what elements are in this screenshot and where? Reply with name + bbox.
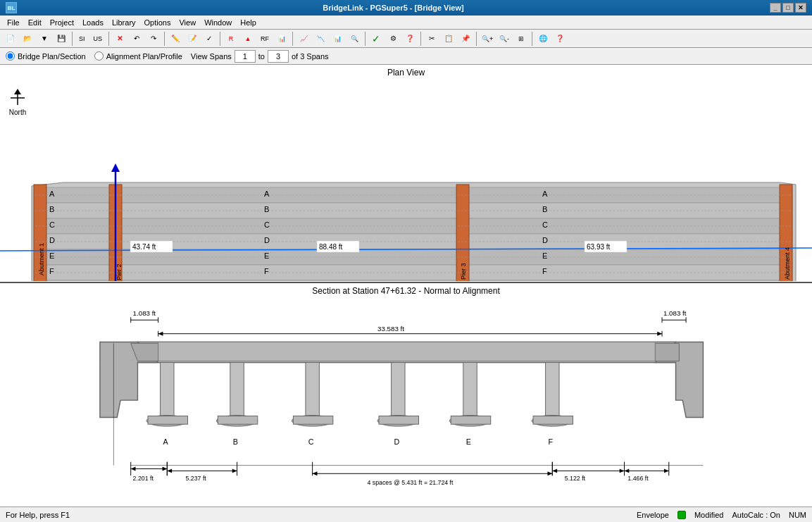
bridge-plan-svg[interactable]: A B C D E F G H A B C D E F G H A B [0,80,812,281]
svg-rect-91 [218,416,257,425]
graph-button2[interactable]: 📉 [313,31,328,46]
undo-button[interactable]: ↶ [129,31,144,46]
us-button[interactable]: US [90,31,106,46]
span-from-input[interactable] [235,50,256,63]
edit-button1[interactable]: ✏️ [168,31,183,46]
section-view-title: Section at Station 47+61.32 - Normal to … [0,283,812,299]
svg-marker-133 [620,468,625,473]
toolbar-row-1: 📄 📂 ▼ 💾 SI US ✕ ↶ ↷ ✏️ 📝 ✓ R ▲ RF 📊 📈 📉 … [0,30,812,48]
svg-rect-97 [379,416,418,425]
save-button[interactable]: 💾 [54,31,69,46]
menu-window[interactable]: Window [200,18,236,27]
menu-options[interactable]: Options [140,18,175,27]
menu-view[interactable]: View [175,18,200,27]
check-button[interactable]: ✓ [201,31,217,46]
svg-rect-89 [230,363,244,418]
svg-text:1.083 ft: 1.083 ft [663,309,687,317]
menu-edit[interactable]: Edit [24,18,46,27]
radio-alignment-plan[interactable] [94,51,104,61]
svg-marker-139 [664,468,669,473]
svg-text:B: B [49,205,54,213]
new-button[interactable]: 📄 [3,31,18,46]
help-button2[interactable]: ❓ [402,31,418,46]
maximize-button[interactable]: □ [782,3,794,13]
span-to-label: to [258,52,265,61]
svg-text:A: A [49,189,55,198]
minimize-button[interactable]: _ [770,3,781,13]
settings-button[interactable]: ⚙ [385,31,401,46]
svg-marker-132 [552,468,557,473]
svg-rect-92 [306,363,319,418]
report-button4[interactable]: 📊 [274,31,289,46]
menu-project[interactable]: Project [46,18,78,27]
svg-rect-86 [161,363,174,418]
svg-text:E: E [264,251,269,260]
svg-marker-126 [313,471,318,476]
svg-text:C: C [542,220,548,229]
si-button[interactable]: SI [75,31,89,46]
sep4 [220,32,220,46]
close-doc-button[interactable]: ✕ [112,31,127,46]
menu-file[interactable]: File [3,18,24,27]
app-icon: BL [6,2,17,13]
status-green-dot [677,511,686,519]
view-spans-control: View Spans to of 3 Spans [191,50,329,63]
radio-alignment-label[interactable]: Alignment Plan/Profile [106,52,182,61]
open-button[interactable]: 📂 [20,31,35,46]
svg-marker-79 [657,332,662,336]
radio-group-view: Bridge Plan/Section [6,51,86,61]
sep5 [292,32,293,46]
graph-button3[interactable]: 📊 [330,31,345,46]
menu-library[interactable]: Library [108,18,140,27]
radio-bridge-plan[interactable] [6,51,15,61]
paste-button[interactable]: 📌 [458,31,473,46]
total-spans-label: of 3 Spans [292,52,329,61]
report-button3[interactable]: RF [257,31,273,46]
copy-button[interactable]: 📋 [441,31,456,46]
svg-text:C: C [308,437,314,446]
globe-button[interactable]: 🌐 [535,31,551,46]
svg-rect-11 [35,280,792,281]
help-button[interactable]: ❓ [552,31,568,46]
radio-group-alignment: Alignment Plan/Profile [94,51,182,61]
bridge-section-svg[interactable]: 1.083 ft 1.083 ft 33.583 ft [0,301,812,507]
zoom-button2[interactable]: 🔍- [496,31,512,46]
status-right: Envelope Modified AutoCalc : On NUM [637,511,806,519]
svg-marker-114 [131,467,136,471]
modified-label: Modified [694,511,724,519]
open-dropdown[interactable]: ▼ [37,31,52,46]
radio-bridge-plan-label[interactable]: Bridge Plan/Section [18,52,86,61]
report-button1[interactable]: R [223,31,239,46]
svg-text:33.583 ft: 33.583 ft [377,325,404,333]
svg-marker-27 [111,163,120,172]
svg-rect-95 [392,363,405,418]
menu-help[interactable]: Help [236,18,261,27]
svg-text:Pier 3: Pier 3 [460,263,467,280]
sep9 [532,32,532,46]
menu-loads[interactable]: Loads [78,18,108,27]
redo-button[interactable]: ↷ [146,31,161,46]
svg-rect-94 [293,416,332,425]
svg-rect-85 [158,342,656,361]
svg-text:B: B [542,205,547,213]
report-button2[interactable]: ▲ [240,31,256,46]
check-green[interactable]: ✓ [368,31,384,46]
edit-button2[interactable]: 📝 [185,31,200,46]
title-bar: BL BridgeLink - PGSuper5 - [Bridge View]… [0,0,812,15]
close-button[interactable]: ✕ [795,3,806,13]
svg-text:2.201 ft: 2.201 ft [133,475,154,482]
span-to-input[interactable] [268,50,289,63]
zoom-button1[interactable]: 🔍+ [480,31,495,46]
svg-text:F: F [548,437,553,446]
graph-button1[interactable]: 📈 [296,31,311,46]
svg-text:C: C [49,220,55,229]
cut-button[interactable]: ✂ [424,31,439,46]
svg-rect-101 [546,363,559,418]
zoom-button3[interactable]: ⊞ [513,31,529,46]
svg-text:63.93 ft: 63.93 ft [587,243,611,251]
sep1 [72,32,73,46]
svg-text:D: D [394,437,399,446]
svg-text:4 spaces @ 5.431 ft = 21.724 f: 4 spaces @ 5.431 ft = 21.724 ft [368,479,454,486]
graph-button4[interactable]: 🔍 [346,31,362,46]
svg-text:F: F [264,267,269,275]
